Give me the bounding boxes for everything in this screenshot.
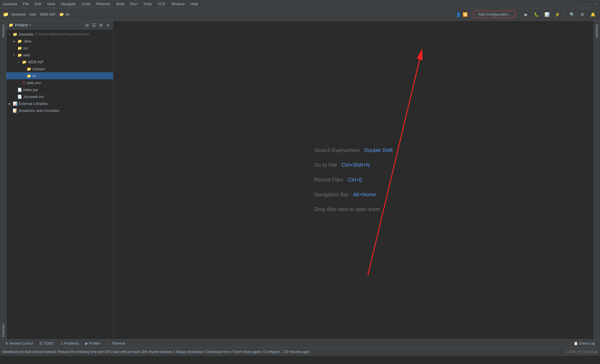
event-log-tab[interactable]: 📋 Event Log bbox=[571, 340, 598, 347]
drop-files-label: Drop files here to open them bbox=[314, 206, 380, 213]
menu-tools[interactable]: Tools bbox=[141, 1, 154, 7]
toolbar-right: 👤 🔀 Add Configuration... ▶ 🐛 📊 ⚡ 🔍 ⚙ 🔔 bbox=[456, 10, 597, 19]
breadcrumb-lib[interactable]: lib bbox=[66, 12, 69, 16]
breadcrumb-web[interactable]: web bbox=[29, 12, 36, 16]
folder-icon-classes: 📁 bbox=[27, 67, 31, 71]
collapse-all-icon[interactable]: ⊟ bbox=[84, 22, 90, 28]
problems-tab[interactable]: ⚠ Problems bbox=[57, 340, 82, 347]
profiler-icon: ▶ bbox=[85, 341, 88, 345]
tree-item-javaweb[interactable]: ▾ 📁 Javaweb C:\Users\19882\IdeaProjects\… bbox=[6, 31, 113, 38]
tree-item-web[interactable]: ▾ 📁 web bbox=[6, 51, 113, 58]
tree-item-idea[interactable]: ▶ 📁 .idea bbox=[6, 38, 113, 45]
left-sidebar: Structure Favorites bbox=[0, 21, 6, 339]
menu-edit[interactable]: Edit bbox=[32, 1, 43, 7]
menu-bar: Javaweb File Edit View Navigate Code Ref… bbox=[0, 0, 600, 8]
arrow-idea: ▶ bbox=[13, 40, 17, 43]
menu-view[interactable]: View bbox=[45, 1, 58, 7]
todo-tab[interactable]: ☰ TODO bbox=[36, 340, 56, 347]
menu-build[interactable]: Build bbox=[114, 1, 127, 7]
folder-icon-web: 📁 bbox=[17, 53, 22, 57]
welcome-row-recent: Recent Files Ctrl+E bbox=[314, 177, 393, 183]
tree-item-scratches[interactable]: 📝 Scratches and Consoles bbox=[6, 107, 113, 114]
settings-button[interactable]: ⚙ bbox=[578, 10, 587, 19]
menu-file[interactable]: File bbox=[21, 1, 31, 7]
menu-run[interactable]: Run bbox=[128, 1, 140, 7]
main-area: Structure Favorites 📁 Project ▾ ⊟ ☰ ⚙ ✕ … bbox=[0, 21, 600, 339]
file-icon-webxml: 🗒 bbox=[22, 81, 26, 85]
window-close[interactable]: ✕ bbox=[595, 2, 598, 6]
separator2 bbox=[518, 11, 519, 18]
welcome-row-navbar: Navigation Bar Alt+Home bbox=[314, 192, 393, 198]
libs-icon: 📊 bbox=[13, 101, 17, 106]
tree-item-lib[interactable]: 📁 lib bbox=[6, 72, 113, 79]
breadcrumb-javaweb[interactable]: Javaweb bbox=[11, 12, 26, 16]
label-javawebiml: Javaweb.iml bbox=[23, 95, 44, 99]
tree-item-src[interactable]: 📁 src bbox=[6, 45, 113, 51]
favorites-tab[interactable]: Favorites bbox=[1, 321, 6, 339]
sublabel-javaweb: C:\Users\19882\IdeaProjects\Javaweb bbox=[35, 32, 89, 36]
vcs-icon[interactable]: 🔀 bbox=[463, 12, 468, 17]
version-control-tab[interactable]: ⬆ Version Control bbox=[2, 340, 36, 347]
menu-navigate[interactable]: Navigate bbox=[59, 1, 78, 7]
breadcrumb-webinf[interactable]: WEB-INF bbox=[40, 12, 56, 16]
tree-item-external-libs[interactable]: ▶ 📊 External Libraries bbox=[6, 100, 113, 107]
welcome-row-goto: Go to File Ctrl+Shift+N bbox=[314, 162, 393, 168]
project-header-icons: ⊟ ☰ ⚙ ✕ bbox=[84, 22, 111, 28]
tree-item-webinf[interactable]: ▾ 📁 WEB-INF bbox=[6, 58, 113, 65]
label-src: src bbox=[23, 46, 28, 50]
tree-item-javawebiml[interactable]: 📄 Javaweb.iml bbox=[6, 93, 113, 100]
database-tab[interactable]: Database bbox=[595, 22, 600, 40]
file-icon-indexjsp: 📄 bbox=[17, 88, 22, 92]
breadcrumb: 📁 Javaweb › web › WEB-INF › 📁 lib bbox=[3, 12, 454, 17]
arrow-javaweb: ▾ bbox=[9, 33, 13, 36]
project-panel: 📁 Project ▾ ⊟ ☰ ⚙ ✕ ▾ 📁 Javaweb C:\Users… bbox=[6, 21, 113, 339]
profiler-tab[interactable]: ▶ Profiler bbox=[82, 340, 103, 347]
toolbar: 📁 Javaweb › web › WEB-INF › 📁 lib 👤 🔀 Ad… bbox=[0, 8, 600, 21]
file-icon-javawebiml: 📄 bbox=[17, 95, 22, 99]
terminal-icon: ⬛ bbox=[106, 341, 111, 345]
editor-area: Search Everywhere Double Shift Go to Fil… bbox=[113, 21, 594, 339]
menu-code[interactable]: Code bbox=[79, 1, 93, 7]
status-message: Download pre-built shared indexes: Reduc… bbox=[2, 350, 309, 354]
separator3 bbox=[564, 11, 565, 18]
bottom-tabs: ⬆ Version Control ☰ TODO ⚠ Problems ▶ Pr… bbox=[0, 339, 600, 348]
profile-run-button[interactable]: ⚡ bbox=[553, 10, 562, 19]
close-panel-icon[interactable]: ✕ bbox=[105, 22, 111, 28]
project-tree: ▾ 📁 Javaweb C:\Users\19882\IdeaProjects\… bbox=[6, 29, 113, 339]
tree-item-classes[interactable]: 📁 classes bbox=[6, 65, 113, 72]
welcome-row-drop: Drop files here to open them bbox=[314, 206, 393, 213]
window-maximize[interactable]: □ bbox=[589, 2, 591, 6]
menu-vcs[interactable]: VCS bbox=[155, 1, 168, 7]
notifications-button[interactable]: 🔔 bbox=[588, 10, 597, 19]
label-classes: classes bbox=[32, 67, 45, 71]
folder-icon-src: 📁 bbox=[17, 46, 22, 50]
search-everywhere-button[interactable]: 🔍 bbox=[568, 10, 576, 19]
label-lib: lib bbox=[32, 74, 36, 78]
goto-file-label: Go to File bbox=[314, 162, 337, 168]
add-configuration-button[interactable]: Add Configuration... bbox=[474, 11, 516, 18]
folder-icon-webinf: 📁 bbox=[22, 60, 27, 64]
run-button[interactable]: ▶ bbox=[522, 10, 530, 19]
project-dropdown-arrow[interactable]: ▾ bbox=[29, 23, 31, 27]
menu-refactor[interactable]: Refactor bbox=[94, 1, 113, 7]
label-javaweb: Javaweb bbox=[19, 32, 33, 36]
event-log-label: Event Log bbox=[579, 341, 595, 345]
settings-icon[interactable]: ⚙ bbox=[98, 22, 104, 28]
coverage-button[interactable]: 📊 bbox=[542, 10, 551, 19]
debug-button[interactable]: 🐛 bbox=[532, 10, 541, 19]
arrow-webinf: ▾ bbox=[18, 60, 22, 64]
terminal-tab[interactable]: ⬛ Terminal bbox=[104, 340, 128, 347]
window-minimize[interactable]: — bbox=[582, 2, 586, 6]
app-name-label: Javaweb bbox=[2, 2, 17, 6]
structure-tab[interactable]: Structure bbox=[1, 22, 6, 40]
menu-window[interactable]: Window bbox=[169, 1, 187, 7]
label-webxml: web.xml bbox=[27, 81, 41, 85]
menu-help[interactable]: Help bbox=[188, 1, 200, 7]
tree-item-indexjsp[interactable]: 📄 index.jsp bbox=[6, 86, 113, 93]
profile-icon[interactable]: 👤 bbox=[456, 12, 461, 17]
expand-all-icon[interactable]: ☰ bbox=[91, 22, 97, 28]
bottom-right-tabs: 📋 Event Log bbox=[571, 340, 598, 347]
label-web: web bbox=[23, 53, 30, 57]
tree-item-webxml[interactable]: 🗒 web.xml bbox=[6, 79, 113, 86]
right-sidebar: Database bbox=[594, 21, 600, 339]
